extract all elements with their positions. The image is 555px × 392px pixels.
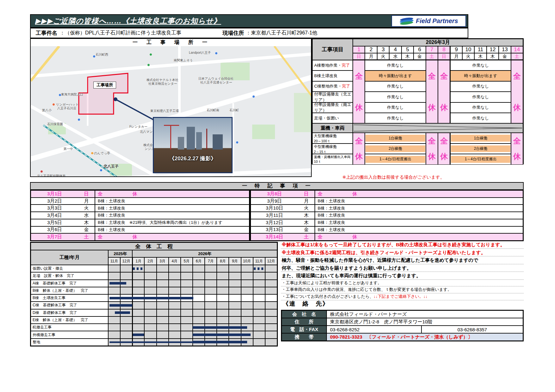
contact-value: 株式会社フィールド・パートナーズ	[327, 310, 523, 318]
gantt-grid-cell	[229, 265, 241, 272]
gantt-grid-cell	[217, 280, 229, 287]
tokki-date-cell: 3月11日木	[251, 212, 315, 219]
tokki-date-cell: 3月7日土	[31, 233, 95, 241]
gantt-grid-cell	[253, 339, 265, 346]
map-marker-icon	[52, 103, 55, 106]
calendar-holiday-column: 全休	[353, 60, 365, 123]
tokki-date-cell: 3月1日日	[31, 190, 95, 198]
gantt-grid-cell	[157, 316, 169, 324]
calendar-day-number: 5	[402, 46, 414, 53]
map-place-label: Landport八王子	[189, 51, 211, 55]
calendar-day-number: 12	[487, 46, 499, 53]
map-place-label: Fレンタカー	[129, 125, 147, 129]
gantt-bar	[109, 297, 193, 299]
gantt-grid-cell	[169, 265, 181, 272]
gantt-row-label: 杭撤去工事	[31, 324, 108, 331]
gantt-grid-cell	[181, 331, 193, 338]
machinery-row-label: 大型重機稼働20～100ｔ	[312, 133, 353, 143]
site-address-label: 現場住所	[181, 29, 244, 37]
gantt-bar	[115, 311, 130, 314]
gantt-grid-cell	[265, 309, 277, 316]
gantt-grid-cell	[181, 287, 193, 294]
gantt-month: 6月	[193, 257, 205, 265]
contact-label: 会 社 名	[282, 310, 327, 318]
logo-wordmark: Field Partners	[416, 17, 458, 25]
calendar-work-span: 作業なし	[365, 81, 426, 92]
calendar-day-weekday: 水	[389, 53, 401, 60]
calendar-day-number: 10	[462, 46, 474, 53]
gantt-month: 12月	[265, 257, 277, 265]
tokki-content-cell: 全 休	[95, 190, 249, 198]
tokki-date-cell: 3月12日木	[251, 219, 315, 226]
gantt-month: 11月	[253, 257, 265, 265]
calendar-day-number: 1	[353, 46, 365, 53]
tokki-date-cell: 3月4日水	[31, 212, 95, 219]
gantt-grid-cell	[169, 316, 181, 324]
calendar-holiday-column: 全休	[426, 60, 438, 123]
tokki-date-cell: 3月5日木	[31, 219, 95, 226]
gantt-grid-cell	[229, 280, 241, 287]
gantt-month: 5月	[181, 257, 193, 265]
gantt-grid-cell	[229, 309, 241, 316]
gantt-grid-cell	[144, 324, 156, 331]
site-address-value: ：東京都八王子石川町2967-1他	[244, 30, 317, 36]
map-section-title: 一 工 事 場 所 一	[31, 39, 311, 46]
gantt-bar	[109, 304, 132, 307]
calendar-work-span: 作業なし	[365, 102, 426, 113]
special-notes-table-right: 3月8日日全 休3月9日月B棟：土壌改良3月10日火B棟：土壌改良3月11日木B…	[250, 190, 524, 241]
gantt-grid-cell	[241, 309, 253, 316]
machinery-span: 1台稼働	[365, 135, 425, 141]
machinery-row-label: 中型重機稼働2～15ｔ	[312, 144, 353, 154]
calendar-work-span: 時々振動が出ます	[450, 70, 511, 81]
map-marker-icon	[149, 53, 152, 56]
map-place-label: 第一中	[64, 147, 73, 151]
calendar-holiday-column: 全休	[438, 60, 450, 123]
calendar-day-weekday: 火	[377, 53, 389, 60]
map-place-label: 東海大病院入口	[61, 92, 83, 97]
gantt-row-label: B棟 土壌改良工事	[31, 294, 108, 302]
gantt-row-label: B棟 解体（上屋・基礎） 完了	[31, 287, 108, 294]
gantt-month: 10月	[241, 257, 253, 265]
gantt-grid-cell	[157, 287, 169, 294]
project-name-value: ：（仮称）DPL八王子石川町計画に伴う土壌改良工事	[57, 30, 181, 36]
gantt-grid-cell	[120, 324, 132, 331]
calendar-day-number: 3	[377, 46, 389, 53]
project-name-label: 工事件名	[31, 29, 57, 37]
map-place-label: 石川町	[229, 108, 239, 113]
gantt-grid-cell	[193, 302, 205, 309]
machinery-span-bg: 1～4台/日程度搬出	[450, 154, 511, 164]
map-place-label: のんでっ亭	[94, 151, 110, 156]
gantt-grid-cell	[157, 331, 169, 338]
gantt-bar	[193, 334, 251, 336]
gantt-grid-cell	[144, 280, 156, 287]
calendar-row-label: B棟土壌改良	[312, 70, 353, 81]
map-marker-icon	[40, 170, 43, 173]
globe-logo-icon	[399, 17, 414, 26]
gantt-grid-cell	[120, 331, 132, 338]
gantt-grid-cell	[157, 309, 169, 316]
gantt-grid-cell	[169, 302, 181, 309]
tokki-date-cell: 3月13日金	[251, 226, 315, 234]
notice-text-block: ※解体工事は1/末をもって一旦終了しておりますが、B棟の土壌改良工事は引き続き実…	[281, 241, 524, 300]
tokki-content-cell: B棟：土壌改良	[315, 212, 523, 219]
gantt-grid-cell	[253, 316, 265, 324]
calendar-day-number: 9	[450, 46, 462, 53]
note-line: ※解体工事は1/末をもって一旦終了しておりますが、B棟の土壌改良工事は引き続き実…	[281, 241, 524, 249]
contact-table: 会 社 名株式会社フィールド・パートナーズ住 所東京都港区虎ノ門1-2-8 虎ノ…	[281, 310, 524, 341]
gantt-grid-cell	[205, 272, 217, 279]
gantt-grid-cell	[144, 287, 156, 294]
calendar-day-number: 8	[438, 46, 450, 53]
gantt-grid-cell	[265, 339, 277, 346]
gantt-grid-cell	[132, 272, 144, 279]
gantt-grid-cell	[229, 302, 241, 309]
map-place-label: 第八小	[42, 108, 52, 113]
note-line: また、現場近隣においても車両の運行は慎重に行って参ります。	[281, 272, 524, 280]
gantt-year: 2025年	[108, 250, 132, 257]
gantt-bar	[193, 341, 247, 343]
gantt-grid-cell	[144, 302, 156, 309]
calendar-work-span: 作業なし	[450, 92, 511, 102]
map-place-label: 社東京物流センター	[148, 82, 177, 86]
gantt-grid-cell	[181, 302, 193, 309]
gantt-grid-cell	[253, 280, 265, 287]
calendar-month-title: 2026年3月	[353, 39, 523, 46]
